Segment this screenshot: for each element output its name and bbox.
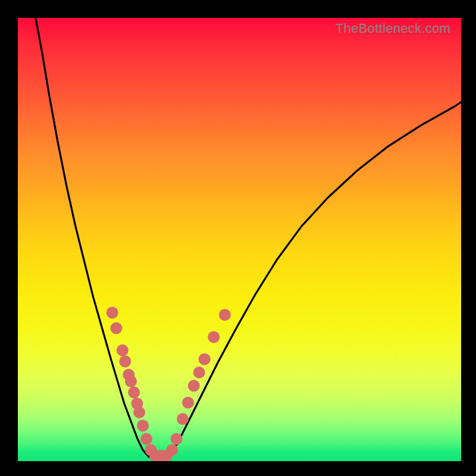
marker-5 (125, 375, 137, 387)
marker-19 (188, 380, 200, 392)
marker-8 (133, 406, 145, 418)
data-markers (107, 306, 231, 461)
marker-22 (208, 331, 220, 343)
marker-1 (110, 322, 122, 334)
marker-0 (107, 306, 118, 318)
marker-10 (140, 433, 152, 445)
marker-9 (137, 419, 149, 431)
plot-area: TheBottleneck.com (18, 18, 461, 461)
marker-17 (177, 413, 189, 425)
curve-right-branch (168, 102, 461, 456)
watermark-text: TheBottleneck.com (336, 21, 450, 36)
marker-18 (182, 397, 194, 409)
chart-svg (18, 18, 461, 461)
curve-lines (36, 18, 461, 457)
marker-16 (171, 433, 183, 445)
marker-15 (166, 444, 178, 456)
marker-20 (193, 367, 205, 378)
marker-23 (219, 309, 231, 321)
outer-frame: TheBottleneck.com (0, 0, 476, 476)
marker-6 (128, 387, 140, 399)
marker-21 (199, 353, 211, 365)
marker-3 (119, 355, 131, 367)
marker-2 (117, 345, 129, 356)
